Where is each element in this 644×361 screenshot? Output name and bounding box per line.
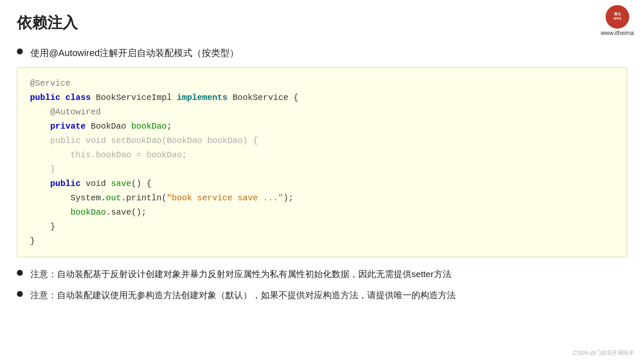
close-method: } (50, 222, 55, 232)
println-close: ); (283, 193, 293, 203)
page-title: 依赖注入 (17, 13, 627, 33)
kw-private: private (50, 121, 86, 131)
code-line-3: @Autowired (30, 105, 614, 119)
bullet-dot-3 (17, 291, 23, 297)
csdn-watermark: CSDN @门前花开满田岸 (573, 349, 634, 357)
svg-text:黑马: 黑马 (614, 12, 621, 16)
bullet-dot-2 (17, 270, 23, 276)
code-line-6: this.bookDao = bookDao; (30, 148, 614, 162)
code-line-10: bookDao.save(); (30, 205, 614, 220)
faded-close1: } (50, 164, 55, 174)
interface-name: BookService { (227, 93, 298, 102)
method-save: save (111, 179, 131, 189)
field-name: bookDao (131, 121, 167, 131)
bullet-note1: 注意：自动装配基于反射设计创建对象并暴力反射对应属性为私有属性初始化数据，因此无… (17, 267, 627, 281)
bullet-note2: 注意：自动装配建议使用无参构造方法创建对象（默认），如果不提供对应构造方法，请提… (17, 288, 627, 302)
code-line-9: System.out.println("book service save ..… (30, 191, 614, 205)
method-parens: () { (131, 179, 152, 189)
faded-method-sig: public void setBookDao(BookDao bookDao) … (50, 136, 258, 145)
bottom-bullets: 注意：自动装配基于反射设计创建对象并暴力反射对应属性为私有属性初始化数据，因此无… (17, 267, 627, 302)
code-line-1: @Service (30, 76, 614, 91)
faded-this: this.bookDao = bookDao; (70, 150, 187, 160)
println: .println( (121, 193, 167, 203)
dot-save: .save(); (106, 207, 146, 217)
classname: BookServiceImpl (91, 93, 177, 102)
kw-implements: implements (177, 93, 227, 102)
bookdao-call: bookDao (70, 207, 106, 217)
logo-icon: 黑马 程序员 (606, 5, 629, 29)
logo-area: 黑马 程序员 www.itheima (601, 5, 634, 36)
code-line-7: } (30, 162, 614, 177)
bullet-text-3: 注意：自动装配建议使用无参构造方法创建对象（默认），如果不提供对应构造方法，请提… (30, 288, 456, 302)
void-save: void (81, 179, 111, 189)
string-literal: "book service save ..." (167, 193, 283, 203)
annotation-service: @Service (30, 78, 70, 88)
logo-text: www.itheima (601, 30, 634, 36)
code-line-8: public void save() { (30, 177, 614, 191)
svg-point-0 (609, 9, 625, 25)
bullet-text-2: 注意：自动装配基于反射设计创建对象并暴力反射对应属性为私有属性初始化数据，因此无… (30, 267, 452, 281)
svg-text:程序员: 程序员 (613, 17, 622, 20)
code-line-11: } (30, 220, 614, 234)
bullet-text: 使用@Autowired注解开启自动装配模式（按类型） (30, 46, 239, 60)
code-line-4: private BookDao bookDao; (30, 119, 614, 134)
bullet-dot (17, 48, 23, 54)
code-line-5: public void setBookDao(BookDao bookDao) … (30, 134, 614, 148)
close-class: } (30, 236, 35, 246)
code-line-12: } (30, 234, 614, 248)
system-out: System. (70, 193, 106, 203)
code-line-2: public class BookServiceImpl implements … (30, 91, 614, 105)
kw-public: public class (30, 93, 91, 102)
code-block: @Service public class BookServiceImpl im… (17, 67, 627, 257)
bullet-item: 使用@Autowired注解开启自动装配模式（按类型） (17, 46, 627, 60)
semicolon1: ; (167, 121, 172, 131)
annotation-autowired: @Autowired (50, 107, 101, 117)
out: out (106, 193, 121, 203)
field-type: BookDao (86, 121, 131, 131)
kw-public2: public (50, 179, 81, 189)
